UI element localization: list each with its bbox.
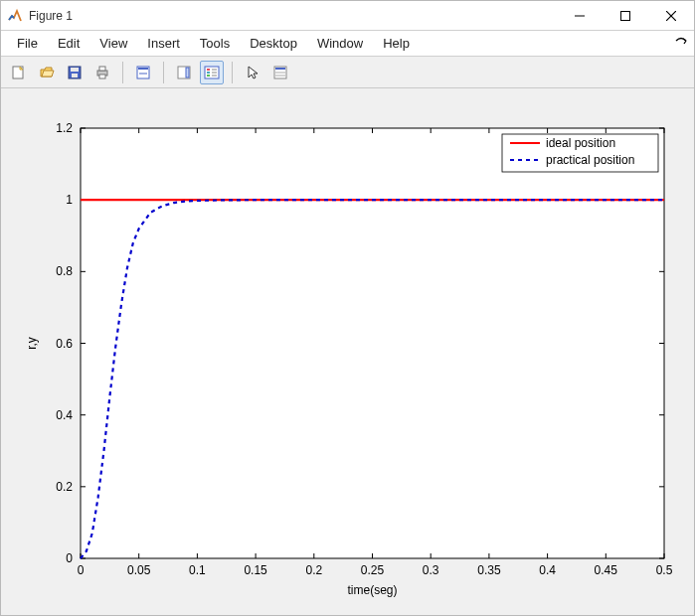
x-tick-label: 0.25 <box>361 563 385 577</box>
new-figure-icon[interactable] <box>7 61 31 84</box>
x-tick-label: 0.4 <box>539 563 556 577</box>
toolbar-separator <box>232 62 233 83</box>
svg-rect-10 <box>99 75 105 78</box>
titlebar: Figure 1 <box>1 1 694 31</box>
x-tick-label: 0 <box>78 563 85 577</box>
svg-rect-15 <box>186 68 189 77</box>
print-icon[interactable] <box>90 61 114 84</box>
x-tick-label: 0.2 <box>305 563 322 577</box>
toolbar-separator <box>163 62 164 83</box>
x-tick-label: 0.3 <box>423 563 439 577</box>
y-tick-label: 1 <box>66 193 73 207</box>
open-property-inspector-icon[interactable] <box>268 61 292 84</box>
svg-rect-6 <box>71 68 79 72</box>
svg-rect-12 <box>138 68 148 70</box>
axes[interactable]: 00.050.10.150.20.250.30.350.40.450.500.2… <box>1 88 694 613</box>
save-icon[interactable] <box>63 61 87 84</box>
x-tick-label: 0.15 <box>244 563 267 577</box>
window-controls <box>557 1 694 30</box>
insert-legend-icon[interactable] <box>200 61 224 84</box>
legend[interactable]: ideal positionpractical position <box>502 134 658 172</box>
menu-desktop[interactable]: Desktop <box>240 33 307 54</box>
x-tick-label: 0.45 <box>595 563 618 577</box>
menu-window[interactable]: Window <box>307 33 373 54</box>
legend-entry: ideal position <box>546 136 615 150</box>
toolbar-separator <box>122 62 123 83</box>
figure-window: Figure 1 File Edit View Insert Tools Des… <box>0 0 695 616</box>
svg-rect-27 <box>81 128 664 558</box>
x-tick-label: 0.5 <box>656 563 673 577</box>
x-tick-label: 0.35 <box>477 563 501 577</box>
svg-rect-7 <box>72 74 78 77</box>
y-tick-label: 1.2 <box>56 121 73 135</box>
maximize-button[interactable] <box>603 1 648 30</box>
open-icon[interactable] <box>35 61 59 84</box>
y-tick-label: 0 <box>66 551 73 565</box>
dock-arrow-icon[interactable] <box>674 35 688 52</box>
link-plot-icon[interactable] <box>131 61 155 84</box>
y-tick-label: 0.6 <box>56 337 73 351</box>
insert-colorbar-icon[interactable] <box>172 61 196 84</box>
plot-region: 00.050.10.150.20.250.30.350.40.450.500.2… <box>1 88 694 615</box>
window-title: Figure 1 <box>29 9 73 23</box>
menubar: File Edit View Insert Tools Desktop Wind… <box>1 31 694 57</box>
y-axis-label: r,y <box>25 337 39 350</box>
menu-help[interactable]: Help <box>373 33 420 54</box>
svg-rect-24 <box>275 68 285 70</box>
legend-entry: practical position <box>546 153 634 167</box>
y-tick-label: 0.8 <box>56 264 73 278</box>
close-button[interactable] <box>648 1 694 30</box>
y-tick-label: 0.2 <box>56 480 73 494</box>
x-tick-label: 0.1 <box>189 563 206 577</box>
menu-view[interactable]: View <box>89 33 137 54</box>
x-tick-label: 0.05 <box>127 563 151 577</box>
toolbar <box>1 57 694 88</box>
svg-rect-9 <box>99 67 105 71</box>
menu-file[interactable]: File <box>7 33 48 54</box>
y-tick-label: 0.4 <box>56 408 73 422</box>
x-axis-label: time(seg) <box>347 583 397 597</box>
svg-rect-1 <box>621 11 630 20</box>
menu-edit[interactable]: Edit <box>48 33 89 54</box>
cursor-icon[interactable] <box>241 61 264 84</box>
menu-tools[interactable]: Tools <box>190 33 240 54</box>
matlab-icon <box>7 8 23 24</box>
menu-insert[interactable]: Insert <box>137 33 190 54</box>
minimize-button[interactable] <box>557 1 603 30</box>
